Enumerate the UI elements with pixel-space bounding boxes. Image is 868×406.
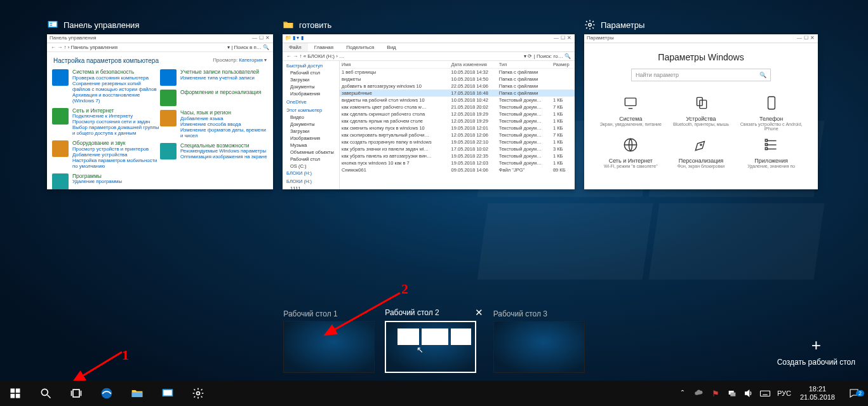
control-panel-icon (47, 19, 58, 30)
svg-rect-33 (163, 390, 171, 395)
settings-tile[interactable]: ТелефонСвязать устройство с Android, iPh… (737, 93, 806, 131)
tray-expand-icon[interactable]: ˆ (674, 381, 691, 406)
preview-title: готовить (299, 20, 331, 30)
settings-tile[interactable]: Сеть и ИнтернетWi-Fi, режим "в самолете" (596, 135, 665, 168)
svg-point-25 (41, 389, 48, 395)
folder-icon (283, 19, 294, 30)
settings-tile[interactable]: ПриложенияУдаление, значения по (737, 135, 806, 168)
svg-rect-23 (11, 394, 15, 398)
taskview-preview-settings[interactable]: Параметры Параметры—☐✕ Параметры Windows… (584, 19, 818, 189)
taskbar-app-edge[interactable] (91, 381, 122, 406)
tray-keyboard-icon[interactable] (757, 381, 773, 406)
taskview-preview-explorer[interactable]: готовить 📁 ▮ ▾ ▮—☐✕ ФайлГлавнаяПоделитьс… (283, 19, 575, 189)
tray-network-icon[interactable] (724, 381, 740, 406)
tray-volume-icon[interactable] (740, 381, 757, 406)
annotation-label-1: 1 (122, 347, 129, 363)
svg-rect-24 (16, 394, 20, 398)
svg-rect-2 (50, 23, 53, 24)
new-desktop-button[interactable]: + Создать рабочий стол (777, 335, 855, 367)
svg-rect-3 (50, 25, 53, 26)
svg-point-12 (700, 144, 702, 145)
svg-line-19 (74, 352, 122, 381)
preview-title: Панель управления (63, 20, 139, 30)
svg-line-26 (48, 395, 51, 398)
task-view-button[interactable] (61, 381, 91, 406)
cursor-icon: ↖ (417, 345, 424, 355)
svg-rect-18 (765, 147, 767, 149)
plus-icon: + (777, 335, 855, 355)
tray-security-icon[interactable]: ⚑ (707, 381, 724, 406)
settings-search[interactable]: Найти параметр🔍 (631, 69, 771, 81)
svg-rect-37 (760, 391, 770, 396)
start-button[interactable] (0, 381, 30, 406)
taskbar-app-control-panel[interactable] (152, 381, 183, 406)
taskbar-app-settings[interactable] (183, 381, 213, 406)
tray-clock[interactable]: 18:21 21.05.2018 (795, 385, 840, 401)
tray-notifications[interactable]: 2 (840, 388, 868, 399)
svg-rect-16 (765, 139, 767, 141)
svg-rect-36 (730, 393, 735, 396)
gear-icon (584, 19, 596, 30)
svg-rect-27 (73, 389, 79, 397)
svg-point-34 (197, 392, 200, 395)
svg-rect-1 (49, 22, 57, 27)
svg-line-20 (325, 293, 400, 335)
search-button[interactable] (30, 381, 61, 406)
annotation-label-2: 2 (401, 281, 408, 297)
svg-point-4 (589, 24, 592, 27)
taskbar-app-explorer[interactable] (122, 381, 152, 406)
svg-rect-22 (16, 389, 20, 393)
annotation-arrow-2 (316, 289, 411, 340)
settings-tile[interactable]: СистемаЭкран, уведомления, питание (596, 93, 665, 131)
taskview-preview-control-panel[interactable]: Панель управления Панель управления—☐✕ ←… (47, 19, 273, 189)
svg-rect-5 (625, 98, 636, 105)
tray-onedrive-icon[interactable] (691, 381, 707, 406)
settings-tile[interactable]: ПерсонализацияФон, экран блокировки (666, 135, 736, 168)
virtual-desktop-3[interactable]: Рабочий стол 3 (493, 309, 585, 373)
svg-rect-9 (768, 97, 775, 109)
tray-language[interactable]: РУС (773, 389, 795, 397)
svg-rect-31 (132, 392, 143, 397)
svg-rect-21 (11, 389, 15, 393)
settings-heading: Параметры Windows (596, 52, 806, 62)
svg-rect-8 (700, 100, 707, 109)
cp-heading: Настройка параметров компьютера (53, 57, 159, 64)
close-desktop-button[interactable]: ✕ (475, 307, 483, 318)
preview-title: Параметры (601, 20, 644, 30)
taskbar: ˆ ⚑ РУС 18:21 21.05.2018 2 (0, 381, 868, 406)
settings-tile[interactable]: УстройстваBluetooth, принтеры, мышь (666, 93, 736, 131)
svg-rect-17 (765, 144, 767, 145)
